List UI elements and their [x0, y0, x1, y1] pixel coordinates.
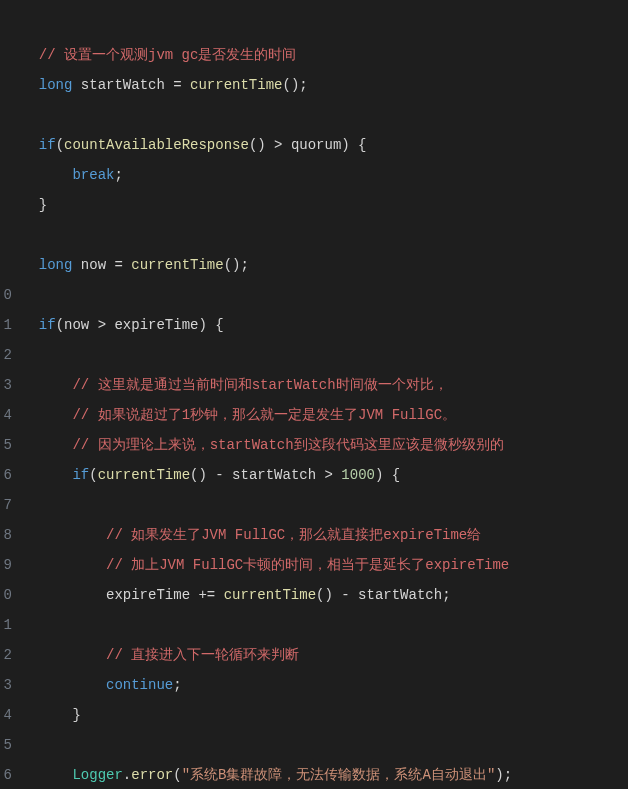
line-number: 1 [0, 610, 12, 640]
code-line[interactable]: } [22, 190, 628, 220]
line-number [0, 130, 12, 160]
code-line[interactable]: continue; [22, 670, 628, 700]
code-line[interactable]: Logger.error("系统B集群故障，无法传输数据，系统A自动退出"); [22, 760, 628, 789]
line-number: 5 [0, 730, 12, 760]
code-line[interactable]: if(now > expireTime) { [22, 310, 628, 340]
line-number: 7 [0, 490, 12, 520]
line-number [0, 100, 12, 130]
line-number [0, 190, 12, 220]
line-number: 5 [0, 430, 12, 460]
code-line[interactable]: break; [22, 160, 628, 190]
line-number: 0 [0, 580, 12, 610]
code-line[interactable]: // 这里就是通过当前时间和startWatch时间做一个对比， [22, 370, 628, 400]
line-number: 8 [0, 520, 12, 550]
code-line[interactable]: } [22, 700, 628, 730]
code-line[interactable] [22, 490, 628, 520]
line-number: 2 [0, 640, 12, 670]
line-number [0, 250, 12, 280]
code-line[interactable]: // 直接进入下一轮循环来判断 [22, 640, 628, 670]
line-number [0, 10, 12, 40]
line-number: 0 [0, 280, 12, 310]
line-number: 3 [0, 370, 12, 400]
line-numbers-gutter: 0 1 2 3 4 5 6 7 8 9 0 1 2 3 4 5 6 7 [0, 8, 12, 789]
code-line[interactable]: long now = currentTime(); [22, 250, 628, 280]
line-number: 2 [0, 340, 12, 370]
code-line[interactable]: if(countAvailableResponse() > quorum) { [22, 130, 628, 160]
code-line[interactable] [22, 220, 628, 250]
line-number: 6 [0, 460, 12, 490]
code-line[interactable] [22, 730, 628, 760]
code-line[interactable] [22, 610, 628, 640]
line-number: 3 [0, 670, 12, 700]
code-line[interactable] [22, 100, 628, 130]
line-number [0, 220, 12, 250]
line-number: 1 [0, 310, 12, 340]
line-number: 9 [0, 550, 12, 580]
code-line[interactable]: // 如果说超过了1秒钟，那么就一定是发生了JVM FullGC。 [22, 400, 628, 430]
line-number [0, 160, 12, 190]
code-line[interactable] [22, 340, 628, 370]
code-line[interactable]: expireTime += currentTime() - startWatch… [22, 580, 628, 610]
code-line[interactable] [22, 280, 628, 310]
code-line[interactable]: if(currentTime() - startWatch > 1000) { [22, 460, 628, 490]
code-content[interactable]: // 设置一个观测jvm gc是否发生的时间 long startWatch =… [12, 8, 628, 789]
line-number: 6 [0, 760, 12, 789]
code-line[interactable]: // 因为理论上来说，startWatch到这段代码这里应该是微秒级别的 [22, 430, 628, 460]
code-line[interactable]: // 设置一个观测jvm gc是否发生的时间 [22, 40, 628, 70]
line-number [0, 70, 12, 100]
code-line[interactable]: // 如果发生了JVM FullGC，那么就直接把expireTime给 [22, 520, 628, 550]
code-line[interactable]: long startWatch = currentTime(); [22, 70, 628, 100]
line-number: 4 [0, 700, 12, 730]
code-line[interactable]: // 加上JVM FullGC卡顿的时间，相当于是延长了expireTime [22, 550, 628, 580]
code-editor: 0 1 2 3 4 5 6 7 8 9 0 1 2 3 4 5 6 7 // 设… [0, 8, 628, 789]
line-number [0, 40, 12, 70]
line-number: 4 [0, 400, 12, 430]
